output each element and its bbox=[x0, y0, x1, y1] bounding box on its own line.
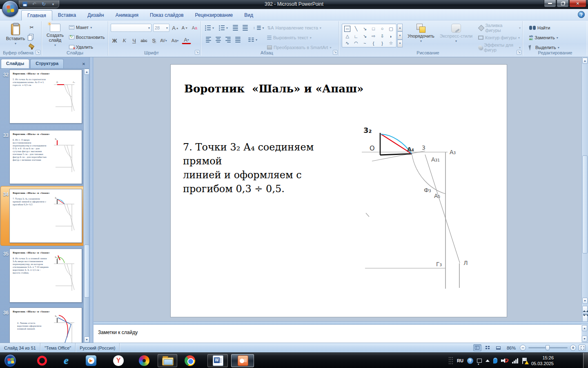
tray-help-icon[interactable]: ? bbox=[467, 358, 473, 364]
shapes-scroll-down[interactable]: ▼ bbox=[397, 31, 403, 39]
tab-outline-pane[interactable]: Структура bbox=[30, 59, 64, 68]
taskbar-media-player[interactable]: ▶ bbox=[85, 355, 97, 367]
panel-close-icon[interactable]: ✕ bbox=[81, 62, 87, 66]
taskbar-explorer-window[interactable] bbox=[158, 354, 177, 367]
clipboard-dialog-launcher[interactable]: ↘ bbox=[36, 50, 40, 55]
bullets-button[interactable]: ▾ bbox=[203, 23, 216, 32]
start-button[interactable] bbox=[4, 355, 16, 367]
tab-design[interactable]: Дизайн bbox=[82, 10, 109, 20]
find-button[interactable]: Найти bbox=[528, 23, 552, 32]
taskbar-yandex-browser[interactable]: Y bbox=[112, 355, 125, 367]
slide-thumbnail-32[interactable]: 32 Воротник «Шаль» и «Апаш» 5. Из точки … bbox=[0, 70, 82, 124]
tab-home[interactable]: Главная bbox=[21, 10, 52, 20]
replace-button[interactable]: abac Заменить▾ bbox=[528, 33, 560, 42]
shapes-gallery[interactable]: ▭ ╲ ↘ □ ○ ▢ △ ∟ ↘ ⇨ ⇩ ◗ ∿ ◠ ~ { } ☆ bbox=[342, 24, 396, 47]
shape-triangle-icon[interactable]: △ bbox=[343, 33, 352, 40]
pattern-diagram[interactable]: 3₂ О А₄ 3 А₃ А₃₁ Ф₃ А₅ Г₃ Л bbox=[350, 122, 473, 294]
align-text-button[interactable]: Выровнять текст▾ bbox=[265, 33, 313, 42]
line-spacing-button[interactable]: ↕▾ bbox=[252, 23, 266, 32]
bluetooth-icon[interactable] bbox=[493, 358, 497, 364]
slide-sorter-button[interactable] bbox=[484, 344, 492, 351]
shape-textbox-icon[interactable]: ▭ bbox=[344, 26, 350, 32]
shape-left-brace-icon[interactable]: { bbox=[369, 40, 378, 47]
reset-slide-button[interactable]: Восстановить bbox=[67, 33, 106, 42]
font-color-button[interactable]: А▾ bbox=[182, 36, 191, 44]
shape-partial-circle-icon[interactable]: ◗ bbox=[387, 33, 395, 40]
panel-splitter[interactable] bbox=[89, 57, 94, 343]
zoom-slider[interactable] bbox=[528, 347, 568, 348]
underline-button[interactable]: Ч bbox=[129, 36, 139, 45]
text-direction-button[interactable]: ⇅A Направление текста▾ bbox=[265, 23, 323, 32]
language-indicator[interactable]: RU bbox=[457, 358, 463, 363]
shape-elbow-arrow-icon[interactable]: ↘ bbox=[361, 33, 369, 40]
drawing-dialog-launcher[interactable]: ↘ bbox=[517, 50, 521, 55]
notes-placeholder[interactable]: Заметки к слайду bbox=[98, 330, 138, 335]
shape-fill-button[interactable]: Заливка фигуры▾ bbox=[477, 23, 522, 32]
thumbnail-canvas[interactable]: Воротник «Шаль» и «Апаш» 9. Линию отлета… bbox=[9, 307, 82, 343]
shape-rectangle-icon[interactable]: □ bbox=[369, 25, 378, 33]
tab-insert[interactable]: Вставка bbox=[52, 10, 82, 20]
tab-slideshow[interactable]: Показ слайдов bbox=[144, 10, 189, 20]
tab-view[interactable]: Вид bbox=[238, 10, 259, 20]
network-signal-icon[interactable] bbox=[512, 358, 518, 364]
restore-button[interactable] bbox=[557, 0, 569, 7]
quick-styles-button[interactable]: Экспресс-стили ▾ bbox=[437, 22, 475, 43]
slide-title[interactable]: Воротник «Шаль» и «Апаш» bbox=[184, 83, 363, 95]
thumbnail-canvas[interactable]: Воротник «Шаль» и «Апаш» 6. Из т. О ввер… bbox=[9, 130, 82, 184]
editor-scroll-down[interactable]: ▼ bbox=[582, 298, 588, 304]
zoom-level[interactable]: 86% bbox=[507, 346, 516, 350]
undo-button[interactable]: ↶ bbox=[31, 1, 38, 7]
notes-pane[interactable]: Заметки к слайду bbox=[94, 324, 581, 343]
taskbar-internet-explorer[interactable]: e bbox=[60, 355, 72, 367]
cut-button[interactable]: ✂ bbox=[27, 23, 36, 32]
normal-view-button[interactable] bbox=[473, 344, 481, 351]
slide-thumbnail-33[interactable]: 33 Воротник «Шаль» и «Апаш» 6. Из т. О в… bbox=[0, 130, 82, 184]
tab-slides-pane[interactable]: Слайды bbox=[1, 59, 29, 68]
align-right-button[interactable] bbox=[224, 35, 232, 44]
new-slide-button[interactable]: Создать слайд ▾ bbox=[45, 22, 66, 47]
qat-customize-button[interactable]: ▾ bbox=[50, 1, 56, 7]
numbering-button[interactable]: ▾ bbox=[217, 23, 229, 32]
thumbnail-canvas[interactable]: Воротник «Шаль» и «Апаш» 7. Точки 3₂ А₄ … bbox=[9, 189, 82, 243]
shape-outline-button[interactable]: Контур фигуры▾ bbox=[477, 33, 521, 42]
taskbar-powerpoint-window-active[interactable] bbox=[231, 354, 254, 367]
arrange-button[interactable]: Упорядочить ▾ bbox=[405, 22, 437, 43]
taskbar-color-app[interactable] bbox=[138, 355, 150, 367]
shape-line-icon[interactable]: ╲ bbox=[352, 25, 360, 33]
panel-scroll-up[interactable]: ▲ bbox=[84, 69, 89, 75]
decrease-indent-button[interactable] bbox=[231, 23, 240, 32]
taskbar-opera[interactable] bbox=[36, 355, 48, 367]
bold-button[interactable]: Ж bbox=[110, 36, 119, 45]
paragraph-dialog-launcher[interactable]: ↘ bbox=[333, 50, 338, 55]
notes-scroll-up[interactable]: ▲ bbox=[582, 325, 587, 331]
taskbar-chrome[interactable] bbox=[184, 355, 196, 367]
clear-formatting-button[interactable]: Аa bbox=[190, 23, 199, 32]
shape-right-arrow-icon[interactable]: ⇨ bbox=[369, 33, 378, 40]
close-button[interactable]: ✕ bbox=[569, 0, 586, 7]
increase-indent-button[interactable] bbox=[241, 23, 249, 32]
copy-button[interactable] bbox=[27, 33, 34, 42]
shapes-scroll-up[interactable]: ▲ bbox=[397, 24, 403, 31]
shape-star-icon[interactable]: ☆ bbox=[387, 40, 395, 47]
tab-animation[interactable]: Анимация bbox=[110, 10, 144, 20]
slide-thumbnail-36[interactable]: 36 Воротник «Шаль» и «Апаш» 9. Линию отл… bbox=[0, 307, 82, 343]
shrink-font-button[interactable]: А▼ bbox=[180, 23, 189, 32]
font-size-combo[interactable]: 28▾ bbox=[153, 24, 169, 32]
shape-rounded-rect-icon[interactable]: ▢ bbox=[387, 25, 395, 33]
strikethrough-button[interactable]: abc bbox=[139, 36, 149, 45]
thumbnail-canvas[interactable]: Воротник «Шаль» и «Апаш» 5. Из точки А₄ … bbox=[9, 70, 82, 123]
paste-button[interactable]: Вставить ▾ bbox=[6, 22, 25, 46]
notes-splitter[interactable] bbox=[94, 321, 588, 324]
grow-font-button[interactable]: А▲ bbox=[171, 23, 180, 32]
align-left-button[interactable] bbox=[204, 35, 213, 44]
italic-button[interactable]: К bbox=[120, 36, 129, 45]
tray-window-icon[interactable] bbox=[477, 359, 482, 363]
justify-button[interactable] bbox=[234, 35, 242, 44]
redo-button[interactable]: ↻ bbox=[40, 1, 47, 7]
font-name-combo[interactable]: ▾ bbox=[111, 24, 151, 32]
editor-scroll-thumb[interactable] bbox=[582, 155, 588, 254]
shape-scribble-icon[interactable]: ∿ bbox=[343, 40, 352, 47]
tab-review[interactable]: Рецензирование bbox=[189, 10, 239, 20]
taskbar-word-window[interactable] bbox=[207, 354, 228, 367]
panel-scrollbar[interactable]: ▲ ▼ bbox=[83, 69, 89, 343]
